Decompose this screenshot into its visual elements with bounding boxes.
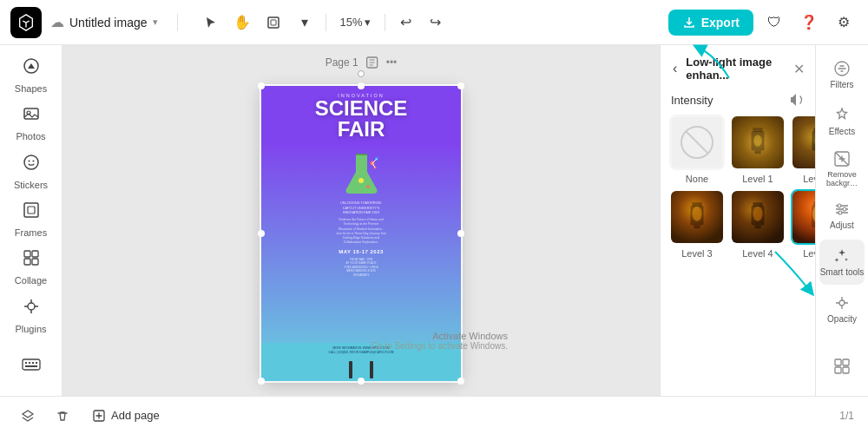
sidebar-item-stickers[interactable]: Stickers <box>5 148 57 194</box>
svg-point-7 <box>32 160 34 161</box>
page-more-icon[interactable]: ••• <box>386 56 398 69</box>
opacity-icon <box>833 294 851 312</box>
level-5[interactable]: Level 5 <box>791 189 816 259</box>
svg-line-67 <box>836 153 848 165</box>
more-icon-item[interactable] <box>819 344 865 389</box>
svg-rect-9 <box>28 207 35 214</box>
effects-item[interactable]: Effects <box>819 99 865 144</box>
document-title: Untitled image <box>69 16 148 30</box>
frames-icon <box>22 201 41 224</box>
keyboard-icon <box>22 355 41 375</box>
level-4-thumb <box>730 189 786 245</box>
shield-icon-button[interactable]: 🛡 <box>760 9 788 36</box>
redo-button[interactable]: ↪ <box>422 9 450 36</box>
svg-point-5 <box>24 155 38 169</box>
level-4[interactable]: Level 4 <box>730 189 786 259</box>
level-1[interactable]: Level 1 <box>730 115 786 184</box>
filters-label: Filters <box>830 80 853 89</box>
level-1-thumb <box>730 115 786 170</box>
hand-tool-button[interactable]: ✋ <box>228 9 256 36</box>
select-tool-button[interactable] <box>197 9 225 36</box>
remove-bg-icon <box>833 150 851 168</box>
canvas-image[interactable]: INNOVATION SCIENCE FAIR <box>261 86 461 381</box>
settings-icon-button[interactable]: ⚙ <box>830 9 858 36</box>
layers-button[interactable] <box>14 402 42 430</box>
undo-button[interactable]: ↩ <box>392 9 420 36</box>
remove-bg-item[interactable]: Remove backgr… <box>819 146 865 191</box>
help-icon-button[interactable]: ❓ <box>795 9 823 36</box>
title-area: ☁ Untitled image ▾ <box>50 14 158 30</box>
adjust-icon <box>833 201 851 218</box>
svg-rect-18 <box>32 362 34 364</box>
right-panel: ‹ Low-light image enhan... ✕ Intensity <box>660 45 868 396</box>
add-page-button[interactable]: Add page <box>83 404 168 427</box>
level-2[interactable]: Level 2 <box>791 115 816 184</box>
topbar-right: Export 🛡 ❓ ⚙ <box>668 9 858 36</box>
collage-label: Collage <box>15 275 47 286</box>
panel-close-button[interactable]: ✕ <box>793 61 805 77</box>
frame-dropdown-button[interactable]: ▾ <box>291 9 319 36</box>
sidebar-item-frames[interactable]: Frames <box>5 196 57 242</box>
level-3[interactable]: Level 3 <box>669 189 725 259</box>
cloud-icon: ☁ <box>50 14 64 30</box>
zoom-control[interactable]: 15% ▾ <box>333 12 378 32</box>
level-5-thumb <box>791 189 816 245</box>
delete-button[interactable] <box>49 402 76 430</box>
svg-point-14 <box>28 303 35 310</box>
smart-tools-item[interactable]: Smart tools <box>819 240 865 285</box>
level-1-label: Level 1 <box>742 174 773 184</box>
svg-rect-56 <box>754 225 761 228</box>
bottom-bar: Add page 1/1 <box>0 396 868 434</box>
svg-rect-0 <box>268 17 279 28</box>
svg-point-57 <box>753 207 762 221</box>
svg-rect-1 <box>271 20 276 25</box>
right-icon-bar: Filters Effects Remove backgr… <box>816 45 868 396</box>
export-button[interactable]: Export <box>668 10 753 36</box>
svg-rect-20 <box>25 365 37 367</box>
svg-rect-13 <box>32 259 38 265</box>
sidebar-item-plugins[interactable]: Plugins <box>5 293 57 339</box>
separator <box>177 14 178 31</box>
left-sidebar: Shapes Photos Stickers Frames Collage <box>0 45 62 396</box>
frame-tool-button[interactable] <box>260 9 287 36</box>
panel-title: Low-light image enhan... <box>686 56 786 82</box>
title-chevron-icon: ▾ <box>153 16 158 28</box>
level-4-label: Level 4 <box>742 248 773 259</box>
adjust-label: Adjust <box>830 220 854 230</box>
adjust-item[interactable]: Adjust <box>819 193 865 238</box>
intensity-label: Intensity <box>671 94 713 107</box>
level-5-label: Level 5 <box>803 248 816 259</box>
tool-group: ✋ ▾ 15% ▾ ↩ ↪ <box>197 9 450 36</box>
svg-rect-75 <box>843 367 849 373</box>
canvas-area[interactable]: Page 1 ••• ••• INNOVATION <box>62 45 660 396</box>
level-none-label: None <box>686 174 708 184</box>
svg-rect-3 <box>24 108 38 119</box>
topbar: ☁ Untitled image ▾ ✋ ▾ 15% ▾ ↩ ↪ Export … <box>0 0 868 45</box>
panel-main-content: ‹ Low-light image enhan... ✕ Intensity <box>661 45 816 396</box>
sidebar-item-collage[interactable]: Collage <box>5 244 57 290</box>
filters-icon <box>833 60 851 77</box>
photos-label: Photos <box>16 131 45 141</box>
level-none[interactable]: None <box>669 115 725 184</box>
svg-point-68 <box>838 204 841 207</box>
svg-point-6 <box>28 160 30 161</box>
opacity-item[interactable]: Opacity <box>819 286 865 332</box>
panel-header: ‹ Low-light image enhan... ✕ <box>661 45 815 89</box>
svg-rect-72 <box>835 359 841 365</box>
panel-back-button[interactable]: ‹ <box>671 59 679 78</box>
frames-label: Frames <box>15 227 47 238</box>
sidebar-item-keyboard[interactable] <box>5 340 57 389</box>
panel-section: Intensity <box>661 89 815 115</box>
zoom-value: 15% <box>340 16 363 29</box>
shapes-label: Shapes <box>15 83 47 94</box>
svg-point-42 <box>753 135 761 147</box>
svg-rect-12 <box>24 259 30 265</box>
sidebar-item-photos[interactable]: Photos <box>5 100 57 146</box>
page-label: Page 1 ••• <box>326 56 398 69</box>
logo[interactable] <box>10 7 42 38</box>
filters-item[interactable]: Filters <box>819 52 865 97</box>
svg-rect-74 <box>835 367 841 373</box>
sidebar-item-shapes[interactable]: Shapes <box>5 52 57 98</box>
svg-rect-41 <box>754 150 761 154</box>
svg-rect-73 <box>843 359 849 365</box>
